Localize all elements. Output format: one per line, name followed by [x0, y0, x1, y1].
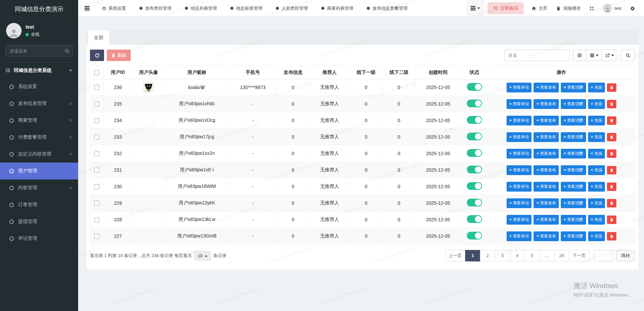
- action-button[interactable]: +充值: [588, 116, 605, 125]
- search-button[interactable]: [621, 50, 635, 61]
- action-button[interactable]: +查看评论: [507, 182, 532, 192]
- row-checkbox[interactable]: [94, 135, 99, 140]
- page-button-5[interactable]: 5: [524, 250, 540, 261]
- action-button[interactable]: +查看评论: [507, 83, 532, 92]
- row-delete-button[interactable]: [607, 182, 616, 191]
- cell-offline-level2[interactable]: 0: [383, 162, 416, 178]
- page-jump-button[interactable]: 跳转: [616, 250, 635, 261]
- cell-offline-level1[interactable]: 0: [350, 162, 383, 178]
- row-checkbox[interactable]: [94, 184, 99, 189]
- cell-offline-level1[interactable]: 0: [350, 129, 383, 145]
- row-checkbox[interactable]: [94, 217, 99, 222]
- sidebar-toggle-button[interactable]: [78, 0, 96, 17]
- row-delete-button[interactable]: [607, 216, 616, 224]
- sidebar-item-system-settings[interactable]: 系统设置: [0, 78, 78, 95]
- action-button[interactable]: +查看消费: [561, 198, 586, 208]
- cell-publish-count[interactable]: 0: [277, 211, 310, 228]
- row-delete-button[interactable]: [607, 149, 616, 158]
- topbar-tab-merchant-category[interactable]: 入驻类目管理: [269, 0, 315, 17]
- topbar-tab-info-list[interactable]: 信息列表管理: [178, 0, 224, 17]
- buy-now-button[interactable]: 立即购买: [487, 2, 524, 14]
- sidebar-item-order[interactable]: 订单管理: [0, 196, 78, 213]
- action-button[interactable]: +充值: [588, 182, 605, 192]
- status-toggle[interactable]: [467, 215, 482, 223]
- action-button[interactable]: +充值: [588, 83, 605, 92]
- action-button[interactable]: +查看消费: [561, 231, 586, 241]
- action-button[interactable]: +查看消费: [561, 215, 586, 225]
- action-button[interactable]: +查看发布: [534, 182, 559, 192]
- cell-offline-level2[interactable]: 0: [383, 228, 416, 245]
- action-button[interactable]: +查看消费: [561, 132, 586, 142]
- topbar-tab-info-tag[interactable]: 信息标签管理: [224, 0, 269, 17]
- page-button-3[interactable]: 3: [495, 250, 510, 261]
- prev-page-button[interactable]: 上一页: [445, 250, 465, 261]
- cell-publish-count[interactable]: 0: [277, 145, 310, 162]
- action-button[interactable]: +查看评论: [507, 231, 532, 241]
- cell-offline-level1[interactable]: 0: [350, 228, 383, 245]
- home-button[interactable]: 主页: [527, 0, 552, 17]
- topbar-tab-system-settings[interactable]: 系统设置: [96, 0, 133, 17]
- cell-publish-count[interactable]: 0: [277, 178, 310, 195]
- topbar-menu-dropdown[interactable]: [466, 0, 484, 17]
- action-button[interactable]: +查看发布: [534, 83, 559, 92]
- action-button[interactable]: +查看评论: [507, 149, 532, 159]
- action-button[interactable]: +充值: [588, 99, 605, 109]
- sidebar-item-publish-info[interactable]: 发布信息管理: [0, 95, 78, 112]
- status-toggle[interactable]: [467, 116, 482, 124]
- action-button[interactable]: +查看评论: [507, 165, 532, 175]
- cell-offline-level2[interactable]: 0: [383, 112, 416, 129]
- cell-offline-level1[interactable]: 0: [350, 211, 383, 228]
- cell-offline-level1[interactable]: 0: [350, 145, 383, 162]
- sidebar-item-content[interactable]: 内容管理: [0, 179, 78, 196]
- action-button[interactable]: +查看发布: [534, 215, 559, 225]
- action-button[interactable]: +查看发布: [534, 231, 559, 241]
- cell-publish-count[interactable]: 0: [277, 79, 310, 96]
- topbar-user-menu[interactable]: test: [599, 0, 626, 17]
- action-button[interactable]: +查看评论: [507, 198, 532, 208]
- row-checkbox[interactable]: [94, 102, 99, 107]
- cell-offline-level2[interactable]: 0: [383, 79, 416, 96]
- action-button[interactable]: +充值: [588, 149, 605, 159]
- action-button[interactable]: +查看消费: [561, 165, 586, 175]
- sidebar-root-item[interactable]: 同城信息分类系统: [0, 62, 78, 78]
- sidebar-item-user-management[interactable]: 用户管理: [0, 163, 78, 179]
- action-button[interactable]: +查看发布: [534, 99, 559, 109]
- action-button[interactable]: +查看消费: [561, 116, 586, 125]
- cell-publish-count[interactable]: 0: [277, 112, 310, 129]
- action-button[interactable]: +查看评论: [507, 116, 532, 125]
- action-button[interactable]: +查看消费: [561, 99, 586, 109]
- columns-button[interactable]: [586, 50, 602, 61]
- sidebar-item-custom-content[interactable]: 自定义内容管理: [0, 146, 78, 163]
- cell-offline-level2[interactable]: 0: [383, 195, 416, 211]
- row-checkbox[interactable]: [94, 168, 99, 173]
- action-button[interactable]: +查看评论: [507, 215, 532, 225]
- action-button[interactable]: +查看评论: [507, 132, 532, 142]
- next-page-button[interactable]: 下一页: [569, 250, 589, 261]
- row-checkbox[interactable]: [94, 85, 99, 90]
- action-button[interactable]: +查看评论: [507, 99, 532, 109]
- detail-view-button[interactable]: [573, 50, 586, 61]
- action-button[interactable]: +查看发布: [534, 149, 559, 159]
- page-button-24[interactable]: 24: [554, 250, 569, 261]
- action-button[interactable]: +查看消费: [561, 83, 586, 92]
- row-delete-button[interactable]: [607, 166, 616, 174]
- status-toggle[interactable]: [467, 133, 482, 140]
- clear-cache-button[interactable]: 清除缓存: [552, 0, 585, 17]
- cell-publish-count[interactable]: 0: [277, 129, 310, 145]
- delete-button[interactable]: 删除: [107, 50, 131, 61]
- status-toggle[interactable]: [467, 232, 482, 239]
- action-button[interactable]: +查看发布: [534, 116, 559, 125]
- sidebar-item-paid-package[interactable]: 付费套餐管理: [0, 129, 78, 146]
- status-toggle[interactable]: [467, 166, 482, 173]
- cell-offline-level1[interactable]: 0: [350, 79, 383, 96]
- row-delete-button[interactable]: [607, 100, 616, 108]
- sidebar-item-comment[interactable]: 评论管理: [0, 230, 78, 247]
- row-checkbox[interactable]: [94, 234, 99, 239]
- cell-offline-level2[interactable]: 0: [383, 96, 416, 112]
- topbar-tab-merchant-list[interactable]: 商家列表管理: [315, 0, 360, 17]
- page-button-2[interactable]: 2: [480, 250, 495, 261]
- table-search-input[interactable]: [505, 50, 570, 61]
- cell-offline-level2[interactable]: 0: [383, 129, 416, 145]
- row-delete-button[interactable]: [607, 116, 616, 125]
- cell-offline-level2[interactable]: 0: [383, 211, 416, 228]
